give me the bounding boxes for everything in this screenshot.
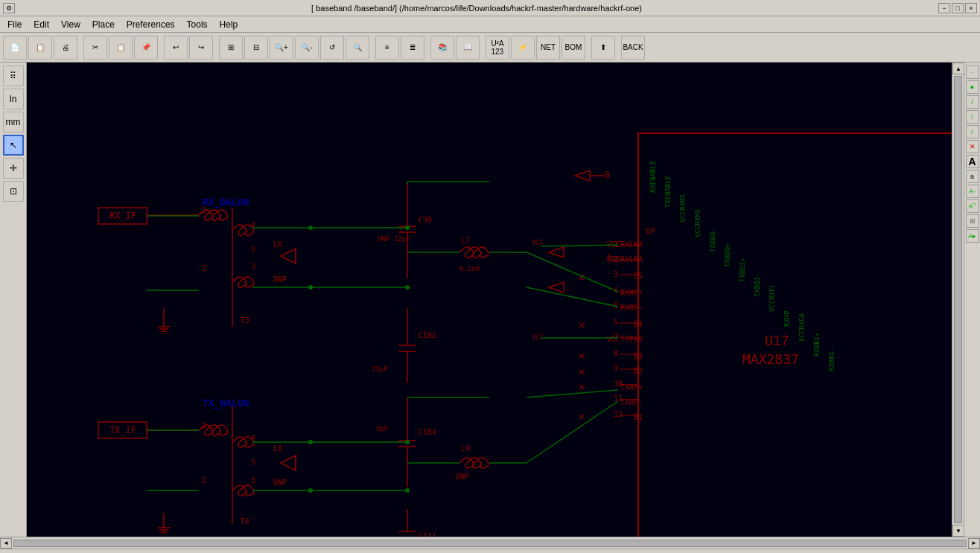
left-toolbar: ⠿Inmm↖✛⊡ xyxy=(0,63,27,537)
menu-item-help[interactable]: Help xyxy=(214,18,244,31)
svg-text:TXBBQ+: TXBBQ+ xyxy=(724,243,731,267)
svg-text:0: 0 xyxy=(605,170,610,180)
maximize-button[interactable]: □ xyxy=(952,3,964,13)
toolbar-btn-lib2[interactable]: 📖 xyxy=(456,36,480,60)
toolbar-btn-annotate[interactable]: U²A 123 xyxy=(486,36,509,60)
rt-line1[interactable]: / xyxy=(966,95,979,109)
window-title: [ baseband /baseband/] (/home/marcos/lif… xyxy=(15,4,938,13)
grip-icon[interactable]: ⠿ xyxy=(3,65,24,86)
menu-item-edit[interactable]: Edit xyxy=(28,18,55,31)
svg-text:L6: L6 xyxy=(273,240,282,249)
svg-text:3: 3 xyxy=(251,263,255,271)
zoom-tool[interactable]: ⊡ xyxy=(3,181,24,202)
title-bar: ⚙ [ baseband /baseband/] (/home/marcos/l… xyxy=(0,0,980,16)
status-bar: C126 component found Z 2.75 X 8.450 Y 6.… xyxy=(0,549,980,553)
scroll-left-button[interactable]: ◄ xyxy=(0,538,12,549)
toolbar-btn-export[interactable]: ⬆ xyxy=(591,36,615,60)
rt-img[interactable]: ⊞ xyxy=(966,214,979,228)
toolbar-btn-paste[interactable]: 📌 xyxy=(134,36,158,60)
menu-item-file[interactable]: File xyxy=(1,18,28,31)
toolbar-btn-lib1[interactable]: 📚 xyxy=(430,36,454,60)
cursor-tool[interactable]: ↖ xyxy=(3,135,24,156)
svg-text:RXRF+: RXRF+ xyxy=(620,289,643,297)
toolbar-separator-30 xyxy=(617,36,620,60)
svg-text:7: 7 xyxy=(614,333,618,341)
scroll-down-button[interactable]: ▼ xyxy=(952,525,964,537)
rt-adot2[interactable]: A⌝ xyxy=(966,199,979,213)
menu-item-place[interactable]: Place xyxy=(86,18,121,31)
menu-item-tools[interactable]: Tools xyxy=(181,18,214,31)
svg-text:4: 4 xyxy=(251,434,255,442)
vertical-scrollbar[interactable]: ▲ ▼ xyxy=(952,63,964,537)
horizontal-scrollbar[interactable]: ◄ ► xyxy=(0,537,980,549)
toolbar-btn-undo[interactable]: ↩ xyxy=(164,36,188,60)
toolbar-btn-erc[interactable]: ⚡ xyxy=(511,36,535,60)
menu-item-preferences[interactable]: Preferences xyxy=(121,18,181,31)
toolbar-btn-zoom-refresh[interactable]: ↺ xyxy=(320,36,344,60)
menu-item-view[interactable]: View xyxy=(55,18,86,31)
svg-text:2: 2 xyxy=(202,476,206,485)
toolbar-btn-zoom-area[interactable]: ⊟ xyxy=(244,36,268,60)
toolbar-btn-search[interactable]: 🔍 xyxy=(346,36,369,60)
rt-line3[interactable]: / xyxy=(966,125,979,138)
toolbar-btn-new[interactable]: 📄 xyxy=(3,36,27,60)
rt-green-dot[interactable]: ● xyxy=(966,80,979,94)
svg-point-40 xyxy=(308,285,313,290)
svg-text:B5: B5 xyxy=(634,272,643,280)
svg-text:2: 2 xyxy=(202,264,206,272)
svg-text:✕: ✕ xyxy=(579,380,585,392)
svg-text:VCC: VCC xyxy=(532,240,544,246)
toolbar-separator-28 xyxy=(587,36,590,60)
toolbar-btn-zoom-out[interactable]: 🔍- xyxy=(295,36,319,60)
svg-text:T3: T3 xyxy=(240,316,249,325)
svg-text:RX_BALUN: RX_BALUN xyxy=(203,196,249,208)
toolbar-btn-zoom-fit[interactable]: ⊞ xyxy=(219,36,243,60)
svg-text:EP: EP xyxy=(646,226,656,236)
svg-text:DNP: DNP xyxy=(273,275,287,284)
svg-text:TXBBI-: TXBBI- xyxy=(754,272,761,297)
toolbar-btn-copy[interactable]: 📋 xyxy=(109,36,133,60)
toolbar-btn-back[interactable]: BACK xyxy=(621,36,645,60)
toolbar-btn-print[interactable]: 🖨 xyxy=(54,36,77,60)
toolbar-btn-bom[interactable]: BOM xyxy=(561,36,585,60)
toolbar-separator-20 xyxy=(426,36,429,60)
scroll-thumb-horizontal[interactable] xyxy=(13,540,967,547)
scroll-thumb-vertical[interactable] xyxy=(954,76,962,523)
svg-text:B4: B4 xyxy=(634,320,643,328)
rt-adot3[interactable]: A▸ xyxy=(966,229,979,243)
toolbar-btn-netlist2[interactable]: ≣ xyxy=(401,36,424,60)
scroll-right-button[interactable]: ► xyxy=(968,538,980,549)
svg-text:B1: B1 xyxy=(634,413,643,421)
rt-x[interactable]: ✕ xyxy=(966,140,979,153)
toolbar-btn-redo[interactable]: ↪ xyxy=(189,36,213,60)
svg-text:✕: ✕ xyxy=(579,319,585,330)
scroll-up-button[interactable]: ▲ xyxy=(952,63,964,74)
svg-point-167 xyxy=(405,440,410,444)
minimize-button[interactable]: − xyxy=(938,3,950,13)
toolbar-btn-zoom-in[interactable]: 🔍+ xyxy=(270,36,293,60)
svg-text:3: 3 xyxy=(614,270,618,278)
move-tool[interactable]: ✛ xyxy=(3,158,24,179)
svg-text:DNP: DNP xyxy=(273,479,287,487)
svg-text:VCCRXGA: VCCRXGA xyxy=(798,313,806,342)
unit-in[interactable]: In xyxy=(3,89,24,109)
svg-text:22pF: 22pF xyxy=(372,365,388,373)
toolbar-btn-netlist3[interactable]: NET xyxy=(536,36,560,60)
toolbar-btn-open-schematic[interactable]: 📋 xyxy=(28,36,52,60)
toolbar-btn-netlist1[interactable]: ≡ xyxy=(375,36,399,60)
svg-text:T4: T4 xyxy=(240,517,250,526)
schematic-canvas[interactable]: RX_IF RX_BALUN T3 xyxy=(27,63,952,537)
rt-a-large[interactable]: A xyxy=(966,155,979,168)
svg-text:VCCRXFL: VCCRXFL xyxy=(769,284,776,312)
title-icon[interactable]: ⚙ xyxy=(3,3,15,13)
rt-line2[interactable]: / xyxy=(966,110,979,124)
close-button[interactable]: × xyxy=(965,3,977,13)
toolbar-btn-cut[interactable]: ✂ xyxy=(83,36,107,60)
toolbar-separator-3 xyxy=(79,36,82,60)
rt-a-small[interactable]: a xyxy=(966,170,979,183)
rt-arrow[interactable]: → xyxy=(966,65,979,79)
rt-adot1[interactable]: A· xyxy=(966,185,979,198)
svg-text:✕: ✕ xyxy=(579,410,585,422)
unit-mm[interactable]: mm xyxy=(3,112,24,132)
svg-text:TXBBQ-: TXBBQ- xyxy=(709,228,716,252)
